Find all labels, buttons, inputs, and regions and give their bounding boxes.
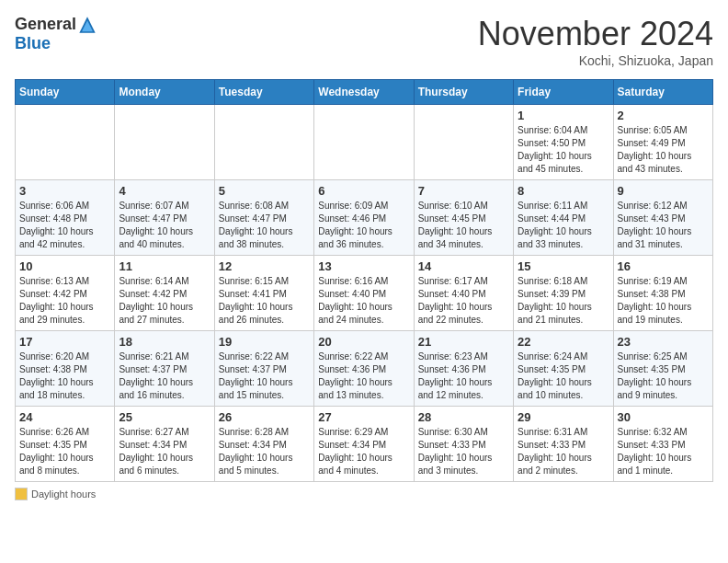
day-info: Sunrise: 6:15 AM Sunset: 4:41 PM Dayligh… — [219, 275, 310, 327]
day-info: Sunrise: 6:18 AM Sunset: 4:39 PM Dayligh… — [518, 275, 609, 327]
calendar-cell: 12Sunrise: 6:15 AM Sunset: 4:41 PM Dayli… — [214, 256, 313, 331]
day-info: Sunrise: 6:11 AM Sunset: 4:44 PM Dayligh… — [518, 200, 609, 251]
logo-general: General — [15, 15, 76, 34]
calendar-cell: 16Sunrise: 6:19 AM Sunset: 4:38 PM Dayli… — [613, 256, 712, 331]
calendar-cell: 10Sunrise: 6:13 AM Sunset: 4:42 PM Dayli… — [16, 256, 115, 331]
month-title: November 2024 — [478, 15, 713, 53]
day-info: Sunrise: 6:25 AM Sunset: 4:35 PM Dayligh… — [618, 350, 709, 402]
calendar-body: 1Sunrise: 6:04 AM Sunset: 4:50 PM Daylig… — [16, 105, 713, 482]
calendar-cell: 23Sunrise: 6:25 AM Sunset: 4:35 PM Dayli… — [613, 331, 712, 407]
calendar-cell — [16, 105, 115, 180]
calendar-cell: 25Sunrise: 6:27 AM Sunset: 4:34 PM Dayli… — [115, 407, 214, 482]
calendar-cell: 1Sunrise: 6:04 AM Sunset: 4:50 PM Daylig… — [514, 105, 613, 180]
calendar-cell: 24Sunrise: 6:26 AM Sunset: 4:35 PM Dayli… — [16, 407, 115, 482]
day-info: Sunrise: 6:14 AM Sunset: 4:42 PM Dayligh… — [119, 275, 210, 327]
day-number: 7 — [418, 184, 509, 198]
day-info: Sunrise: 6:26 AM Sunset: 4:35 PM Dayligh… — [19, 426, 110, 477]
day-info: Sunrise: 6:10 AM Sunset: 4:45 PM Dayligh… — [418, 200, 509, 251]
day-number: 18 — [119, 335, 210, 349]
day-number: 30 — [618, 410, 709, 424]
day-info: Sunrise: 6:23 AM Sunset: 4:36 PM Dayligh… — [418, 350, 509, 402]
calendar-cell: 7Sunrise: 6:10 AM Sunset: 4:45 PM Daylig… — [414, 180, 513, 256]
footer-legend: Daylight hours — [15, 488, 713, 500]
day-info: Sunrise: 6:31 AM Sunset: 4:33 PM Dayligh… — [518, 426, 609, 477]
weekday-saturday: Saturday — [613, 80, 712, 105]
calendar-cell: 3Sunrise: 6:06 AM Sunset: 4:48 PM Daylig… — [16, 180, 115, 256]
week-row-2: 10Sunrise: 6:13 AM Sunset: 4:42 PM Dayli… — [16, 256, 713, 331]
day-number: 23 — [618, 335, 709, 349]
day-number: 2 — [618, 109, 709, 122]
calendar-cell — [115, 105, 214, 180]
week-row-1: 3Sunrise: 6:06 AM Sunset: 4:48 PM Daylig… — [16, 180, 713, 256]
day-number: 21 — [418, 335, 509, 349]
day-number: 19 — [219, 335, 310, 349]
calendar-cell: 26Sunrise: 6:28 AM Sunset: 4:34 PM Dayli… — [214, 407, 313, 482]
day-info: Sunrise: 6:24 AM Sunset: 4:35 PM Dayligh… — [518, 350, 609, 402]
calendar-cell: 11Sunrise: 6:14 AM Sunset: 4:42 PM Dayli… — [115, 256, 214, 331]
day-number: 11 — [119, 259, 210, 273]
calendar-cell: 22Sunrise: 6:24 AM Sunset: 4:35 PM Dayli… — [514, 331, 613, 407]
day-number: 10 — [19, 259, 110, 273]
weekday-tuesday: Tuesday — [214, 80, 313, 105]
title-area: November 2024 Kochi, Shizuoka, Japan — [478, 15, 713, 68]
calendar-cell — [414, 105, 513, 180]
calendar-cell: 21Sunrise: 6:23 AM Sunset: 4:36 PM Dayli… — [414, 331, 513, 407]
calendar-cell: 29Sunrise: 6:31 AM Sunset: 4:33 PM Dayli… — [514, 407, 613, 482]
day-number: 9 — [618, 184, 709, 198]
calendar-cell: 15Sunrise: 6:18 AM Sunset: 4:39 PM Dayli… — [514, 256, 613, 331]
day-info: Sunrise: 6:13 AM Sunset: 4:42 PM Dayligh… — [19, 275, 110, 327]
day-number: 29 — [518, 410, 609, 424]
logo: General Blue — [15, 15, 97, 53]
day-number: 12 — [219, 259, 310, 273]
day-number: 26 — [219, 410, 310, 424]
calendar-cell: 28Sunrise: 6:30 AM Sunset: 4:33 PM Dayli… — [414, 407, 513, 482]
day-info: Sunrise: 6:05 AM Sunset: 4:49 PM Dayligh… — [618, 124, 709, 176]
day-number: 1 — [518, 109, 609, 122]
day-number: 22 — [518, 335, 609, 349]
day-number: 6 — [318, 184, 409, 198]
week-row-0: 1Sunrise: 6:04 AM Sunset: 4:50 PM Daylig… — [16, 105, 713, 180]
calendar-cell: 17Sunrise: 6:20 AM Sunset: 4:38 PM Dayli… — [16, 331, 115, 407]
day-info: Sunrise: 6:12 AM Sunset: 4:43 PM Dayligh… — [618, 200, 709, 251]
day-number: 3 — [19, 184, 110, 198]
day-info: Sunrise: 6:27 AM Sunset: 4:34 PM Dayligh… — [119, 426, 210, 477]
legend-label: Daylight hours — [31, 488, 96, 500]
calendar-cell: 4Sunrise: 6:07 AM Sunset: 4:47 PM Daylig… — [115, 180, 214, 256]
logo-blue: Blue — [15, 34, 51, 52]
day-number: 17 — [19, 335, 110, 349]
calendar-cell: 5Sunrise: 6:08 AM Sunset: 4:47 PM Daylig… — [214, 180, 313, 256]
day-info: Sunrise: 6:29 AM Sunset: 4:34 PM Dayligh… — [318, 426, 409, 477]
calendar-cell: 30Sunrise: 6:32 AM Sunset: 4:33 PM Dayli… — [613, 407, 712, 482]
day-number: 20 — [318, 335, 409, 349]
day-info: Sunrise: 6:28 AM Sunset: 4:34 PM Dayligh… — [219, 426, 310, 477]
header: General Blue November 2024 Kochi, Shizuo… — [15, 15, 713, 68]
weekday-sunday: Sunday — [16, 80, 115, 105]
calendar-cell: 19Sunrise: 6:22 AM Sunset: 4:37 PM Dayli… — [214, 331, 313, 407]
week-row-4: 24Sunrise: 6:26 AM Sunset: 4:35 PM Dayli… — [16, 407, 713, 482]
day-info: Sunrise: 6:20 AM Sunset: 4:38 PM Dayligh… — [19, 350, 110, 402]
calendar-cell: 13Sunrise: 6:16 AM Sunset: 4:40 PM Dayli… — [314, 256, 414, 331]
day-number: 4 — [119, 184, 210, 198]
day-number: 16 — [618, 259, 709, 273]
location: Kochi, Shizuoka, Japan — [478, 53, 713, 68]
calendar-cell: 2Sunrise: 6:05 AM Sunset: 4:49 PM Daylig… — [613, 105, 712, 180]
day-info: Sunrise: 6:19 AM Sunset: 4:38 PM Dayligh… — [618, 275, 709, 327]
day-number: 15 — [518, 259, 609, 273]
calendar-cell — [314, 105, 414, 180]
weekday-friday: Friday — [514, 80, 613, 105]
day-number: 5 — [219, 184, 310, 198]
day-info: Sunrise: 6:21 AM Sunset: 4:37 PM Dayligh… — [119, 350, 210, 402]
logo-icon — [78, 16, 97, 34]
day-info: Sunrise: 6:30 AM Sunset: 4:33 PM Dayligh… — [418, 426, 509, 477]
calendar-cell: 6Sunrise: 6:09 AM Sunset: 4:46 PM Daylig… — [314, 180, 414, 256]
calendar-cell: 20Sunrise: 6:22 AM Sunset: 4:36 PM Dayli… — [314, 331, 414, 407]
calendar-cell: 9Sunrise: 6:12 AM Sunset: 4:43 PM Daylig… — [613, 180, 712, 256]
weekday-thursday: Thursday — [414, 80, 513, 105]
day-info: Sunrise: 6:09 AM Sunset: 4:46 PM Dayligh… — [318, 200, 409, 251]
calendar-cell: 27Sunrise: 6:29 AM Sunset: 4:34 PM Dayli… — [314, 407, 414, 482]
calendar-cell: 18Sunrise: 6:21 AM Sunset: 4:37 PM Dayli… — [115, 331, 214, 407]
calendar-cell: 14Sunrise: 6:17 AM Sunset: 4:40 PM Dayli… — [414, 256, 513, 331]
day-number: 13 — [318, 259, 409, 273]
day-number: 28 — [418, 410, 509, 424]
day-info: Sunrise: 6:04 AM Sunset: 4:50 PM Dayligh… — [518, 124, 609, 176]
